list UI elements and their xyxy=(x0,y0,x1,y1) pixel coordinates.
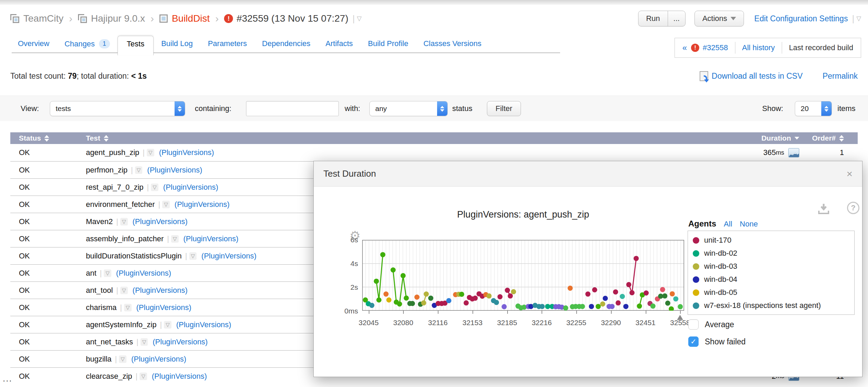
tab-classes-versions[interactable]: Classes Versions xyxy=(416,36,489,53)
chart-point[interactable] xyxy=(589,304,594,309)
chart-point[interactable] xyxy=(600,301,605,307)
test-suite-link[interactable]: (PluginVersions) xyxy=(116,269,171,278)
chart-point[interactable] xyxy=(400,273,405,278)
column-duration[interactable]: Duration xyxy=(686,134,799,142)
test-suite-link[interactable]: (PluginVersions) xyxy=(183,234,238,243)
test-suite-link[interactable]: (PluginVersions) xyxy=(201,252,256,261)
chart-point[interactable] xyxy=(508,294,513,299)
test-suite-link[interactable]: (PluginVersions) xyxy=(159,148,214,157)
duration-chart[interactable] xyxy=(362,240,684,311)
chart-point[interactable] xyxy=(665,301,670,306)
breadcrumb-label[interactable]: TeamCity xyxy=(23,13,64,24)
chart-point[interactable] xyxy=(669,306,674,311)
download-csv-link[interactable]: Download all tests in CSV xyxy=(712,71,803,81)
breadcrumb-item-build[interactable]: ! #32559 (13 Nov 15 07:27) xyxy=(224,13,348,24)
tab-artifacts[interactable]: Artifacts xyxy=(318,36,360,53)
chart-point[interactable] xyxy=(615,300,621,306)
tab-parameters[interactable]: Parameters xyxy=(200,36,255,53)
test-actions-chevron-icon[interactable]: ▽ xyxy=(171,235,179,243)
tab-build-log[interactable]: Build Log xyxy=(154,36,200,53)
breadcrumb-label[interactable]: #32559 (13 Nov 15 07:27) xyxy=(236,13,348,24)
chart-point[interactable] xyxy=(464,300,469,306)
help-icon[interactable]: ? xyxy=(847,202,859,214)
chart-point[interactable] xyxy=(414,295,420,300)
show-failed-option[interactable]: ✓ Show failed xyxy=(688,336,746,347)
test-actions-chevron-icon[interactable]: ▽ xyxy=(141,338,148,346)
column-status[interactable]: Status xyxy=(10,134,77,142)
chart-point[interactable] xyxy=(380,252,385,257)
tab-changes[interactable]: Changes1 xyxy=(57,36,118,53)
chart-point[interactable] xyxy=(623,304,628,309)
chart-point[interactable] xyxy=(539,304,545,309)
breadcrumb-item-project[interactable]: Hajipur 9.0.x xyxy=(78,13,145,24)
test-actions-chevron-icon[interactable]: ▽ xyxy=(164,321,171,329)
legend-agent-item[interactable]: win-db-02 xyxy=(688,247,854,260)
chart-point[interactable] xyxy=(673,296,678,301)
actions-button[interactable]: Actions xyxy=(694,11,744,26)
chart-point[interactable] xyxy=(505,288,510,293)
chart-point[interactable] xyxy=(670,291,675,296)
test-suite-link[interactable]: (PluginVersions) xyxy=(176,320,231,329)
chart-point[interactable] xyxy=(410,301,415,306)
test-suite-link[interactable]: (PluginVersions) xyxy=(133,286,188,295)
tab-tests[interactable]: Tests xyxy=(118,36,154,55)
chart-point[interactable] xyxy=(568,286,573,291)
test-actions-chevron-icon[interactable]: ▽ xyxy=(189,252,197,260)
agents-legend[interactable]: unit-170win-db-02win-db-03win-db-04win-d… xyxy=(688,231,855,315)
legend-none-link[interactable]: None xyxy=(740,220,758,229)
all-history-link[interactable]: All history xyxy=(742,43,775,52)
chart-point[interactable] xyxy=(563,306,568,311)
test-actions-chevron-icon[interactable]: ▽ xyxy=(162,201,170,208)
legend-agent-item[interactable]: win-db-04 xyxy=(688,273,854,286)
chart-point[interactable] xyxy=(498,294,503,299)
test-suite-link[interactable]: (PluginVersions) xyxy=(133,217,188,226)
chart-point[interactable] xyxy=(404,296,409,301)
chart-point[interactable] xyxy=(374,279,379,284)
test-suite-link[interactable]: (PluginVersions) xyxy=(153,338,208,346)
chart-point[interactable] xyxy=(634,256,639,261)
test-actions-chevron-icon[interactable]: ▽ xyxy=(140,373,147,380)
chart-point[interactable] xyxy=(511,289,516,294)
chart-point[interactable] xyxy=(487,294,492,299)
chart-point[interactable] xyxy=(650,303,656,309)
chart-point[interactable] xyxy=(662,294,667,299)
chart-point[interactable] xyxy=(585,291,590,297)
test-actions-chevron-icon[interactable]: ▽ xyxy=(135,166,143,174)
chart-point[interactable] xyxy=(494,300,499,305)
test-actions-chevron-icon[interactable]: ▽ xyxy=(120,218,128,225)
breadcrumb-label[interactable]: BuildDist xyxy=(172,13,210,24)
chart-point[interactable] xyxy=(637,303,642,309)
test-actions-chevron-icon[interactable]: ▽ xyxy=(124,304,132,311)
chart-point[interactable] xyxy=(545,304,550,309)
chart-point[interactable] xyxy=(626,282,631,287)
legend-agent-item[interactable]: win-db-03 xyxy=(688,260,854,273)
chart-point[interactable] xyxy=(644,290,649,296)
chart-point[interactable] xyxy=(630,290,635,295)
download-chart-icon[interactable] xyxy=(817,203,830,216)
test-actions-chevron-icon[interactable]: ▽ xyxy=(147,149,154,156)
chart-point[interactable] xyxy=(446,298,452,303)
test-actions-chevron-icon[interactable]: ▽ xyxy=(120,287,128,294)
chart-point[interactable] xyxy=(613,289,618,295)
test-actions-chevron-icon[interactable]: ▽ xyxy=(104,269,111,277)
chart-point[interactable] xyxy=(383,291,389,297)
status-select[interactable]: any xyxy=(369,101,448,116)
legend-all-link[interactable]: All xyxy=(724,220,732,229)
chart-point[interactable] xyxy=(580,304,585,309)
chart-point[interactable] xyxy=(459,292,464,297)
chart-point[interactable] xyxy=(592,287,597,292)
test-suite-link[interactable]: (PluginVersions) xyxy=(152,372,207,381)
dialog-header[interactable]: Test Duration × xyxy=(314,161,862,187)
close-icon[interactable]: × xyxy=(846,169,853,179)
test-actions-chevron-icon[interactable]: ▽ xyxy=(119,355,126,363)
show-failed-checkbox[interactable]: ✓ xyxy=(688,336,699,347)
test-suite-link[interactable]: (PluginVersions) xyxy=(163,183,218,192)
chart-point[interactable] xyxy=(428,296,433,301)
legend-agent-item[interactable]: win-db-05 xyxy=(688,286,854,299)
breadcrumb-item-teamcity[interactable]: TeamCity xyxy=(10,13,64,24)
chart-point[interactable] xyxy=(424,291,429,297)
chart-point[interactable] xyxy=(421,300,426,306)
chart-point[interactable] xyxy=(610,304,615,309)
edit-configuration-link[interactable]: Edit Configuration Settings xyxy=(754,14,848,23)
chart-point[interactable] xyxy=(603,296,608,301)
